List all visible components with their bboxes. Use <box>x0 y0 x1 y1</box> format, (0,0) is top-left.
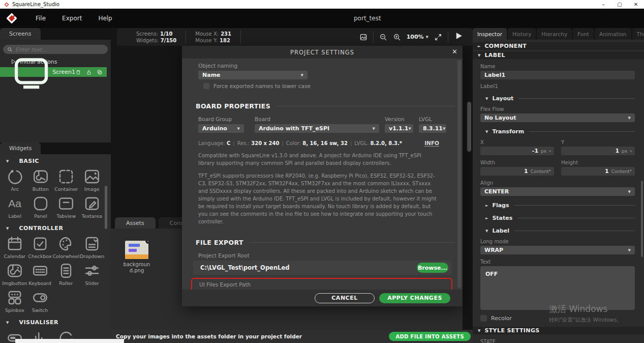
unlock-icon[interactable] <box>86 69 92 75</box>
align-dropdown[interactable]: CENTER▼ <box>480 187 635 196</box>
widget-spinbox[interactable]: Spinbox <box>2 289 27 313</box>
menu-export[interactable]: Export <box>54 15 90 22</box>
object-naming-dropdown[interactable]: Name▼ <box>198 71 308 79</box>
widget-keyboard[interactable]: Keyboard <box>27 262 53 286</box>
transform-subheader[interactable]: ▼ Transform <box>485 128 635 135</box>
label-props-subheader[interactable]: ▼ Label <box>485 227 635 234</box>
widget-panel[interactable]: Panel <box>28 194 54 219</box>
inspector-panel: InspectorHistoryHierarchyFontAnimationTh… <box>473 28 644 343</box>
minimize-icon[interactable]: – <box>595 0 611 9</box>
screen-row-selected[interactable]: Screen1 <box>0 67 107 77</box>
widgets-section-visualiser[interactable]: ▼VISUALISER <box>0 317 111 328</box>
canvas-scrollbar[interactable] <box>467 102 471 152</box>
component-section-header[interactable]: ► COMPONENT <box>473 42 644 50</box>
add-file-into-assets-button[interactable]: ADD FILE INTO ASSETS <box>389 332 471 341</box>
widget-calendar[interactable]: Calendar <box>2 235 27 259</box>
tab-animation[interactable]: Animation <box>595 28 631 40</box>
widget-tabview[interactable]: Tabview <box>53 194 79 219</box>
board-dropdown[interactable]: Arduino with TFT_eSPI▼ <box>255 124 379 133</box>
tab-hierarchy[interactable]: Hierarchy <box>537 28 572 40</box>
recolor-checkbox[interactable] <box>480 315 487 322</box>
style-settings-header[interactable]: ▼ STYLE SETTINGS <box>473 327 644 334</box>
object-naming-label: Object naming <box>198 63 455 69</box>
apply-changes-button[interactable]: APPLY CHANGES <box>379 293 450 303</box>
widget-dropdown[interactable]: Dropdown <box>79 235 105 259</box>
height-input[interactable]: 1Content* <box>561 167 635 176</box>
browse-button[interactable]: Browse... <box>417 263 448 273</box>
tab-font[interactable]: Font <box>573 28 594 40</box>
x-input[interactable]: -1px▼ <box>480 147 554 155</box>
text-label: Text <box>480 259 635 265</box>
expanded-icon: ▼ <box>485 229 488 233</box>
widget-container[interactable]: Container <box>53 167 79 192</box>
widget-imgbutton[interactable]: Imgbutton <box>2 262 27 286</box>
force-lowercase-checkbox[interactable] <box>203 83 209 89</box>
unit-dropdown-icon[interactable]: ▼ <box>549 150 551 153</box>
widget-image[interactable]: Image <box>79 167 105 192</box>
tab-assets[interactable]: Assets <box>115 217 156 228</box>
delete-icon[interactable] <box>75 69 81 75</box>
menu-help[interactable]: Help <box>90 15 120 22</box>
widget-colorwheel[interactable]: Colorwheel <box>52 235 79 259</box>
flags-subheader[interactable]: ► Flags <box>485 202 635 209</box>
widget-switch[interactable]: Switch <box>27 289 53 313</box>
expanded-icon: ▼ <box>478 329 480 333</box>
long-mode-dropdown[interactable]: WRAP▼ <box>480 246 635 254</box>
widget-button[interactable]: Button <box>28 167 54 192</box>
widgets-scrollbar[interactable] <box>105 186 107 229</box>
board-group-dropdown[interactable]: Arduino▼ <box>198 124 244 133</box>
fullscreen-icon[interactable] <box>434 33 442 41</box>
cancel-button[interactable]: CANCEL <box>315 293 375 303</box>
close-icon[interactable]: ✕ <box>452 48 457 55</box>
tab-widgets[interactable]: Widgets <box>0 142 41 154</box>
dialog-scrollbar[interactable] <box>457 60 461 288</box>
duplicate-icon[interactable] <box>97 69 103 75</box>
widget-arc[interactable]: Arc <box>2 167 28 192</box>
widget-slider[interactable]: Slider <box>79 262 105 286</box>
zoom-in-icon[interactable] <box>393 33 401 41</box>
widget-roller[interactable]: Roller <box>52 262 79 286</box>
y-label: Y <box>561 139 635 145</box>
project-export-root-field[interactable]: C:\LVGL_Test\port_OpenLed Browse... <box>193 261 451 275</box>
layout-subheader[interactable]: ▼ Layout <box>485 95 635 102</box>
tabview-icon <box>57 194 75 213</box>
expanded-icon: ▼ <box>6 226 9 231</box>
tab-inspector[interactable]: Inspector <box>473 28 507 40</box>
screen-icon <box>10 51 52 93</box>
fit-image-icon[interactable] <box>359 33 367 41</box>
widget-textarea[interactable]: Textarea <box>79 194 105 219</box>
inspector-scrollbar[interactable] <box>641 181 643 257</box>
x-label: X <box>480 139 554 145</box>
zoom-level-dropdown[interactable]: 100%▼ <box>407 34 428 40</box>
play-button[interactable] <box>454 31 464 43</box>
widgets-section-controller[interactable]: ▼CONTROLLER <box>0 223 111 234</box>
widgets-section-basic[interactable]: ▼BASIC <box>0 156 111 166</box>
width-input[interactable]: 1Content* <box>480 167 554 176</box>
asset-item[interactable]: ✕ background.png <box>122 241 151 273</box>
menu-file[interactable]: File <box>27 15 54 22</box>
widget-label[interactable]: AaLabel <box>2 194 28 219</box>
text-area[interactable]: OFF <box>480 266 635 310</box>
label-section-header[interactable]: ▼ LABEL <box>473 51 644 59</box>
widget-checkbox[interactable]: Checkbox <box>27 235 53 259</box>
tab-themes[interactable]: Themes <box>632 28 644 40</box>
lvgl-dropdown[interactable]: 8.3.11▼ <box>419 124 446 133</box>
tab-history[interactable]: History <box>508 28 536 40</box>
version-dropdown[interactable]: v1.1.1▼ <box>385 124 413 133</box>
zoom-out-icon[interactable] <box>379 33 387 41</box>
close-icon[interactable]: ✕ <box>628 0 644 9</box>
unit-dropdown-icon[interactable]: ▼ <box>630 150 632 153</box>
remove-asset-icon[interactable]: ✕ <box>145 241 148 244</box>
titlebar: SquareLine_Studio – ▢ ✕ <box>0 0 644 9</box>
states-subheader[interactable]: ► States <box>485 215 635 221</box>
info-link[interactable]: INFO <box>424 140 439 147</box>
y-input[interactable]: 1px▼ <box>561 147 635 155</box>
maximize-icon[interactable]: ▢ <box>611 0 628 9</box>
widget-subtitle: Label1 <box>480 83 635 89</box>
flex-flow-dropdown[interactable]: No Layout▼ <box>480 113 635 122</box>
tab-screens[interactable]: Screens <box>0 28 41 40</box>
calendar-icon <box>6 235 24 253</box>
board-description-2: TFT_eSPI supports processors like RP2040… <box>198 172 439 225</box>
expanded-icon: ▼ <box>6 321 9 325</box>
name-input[interactable]: Label1 <box>480 71 635 79</box>
